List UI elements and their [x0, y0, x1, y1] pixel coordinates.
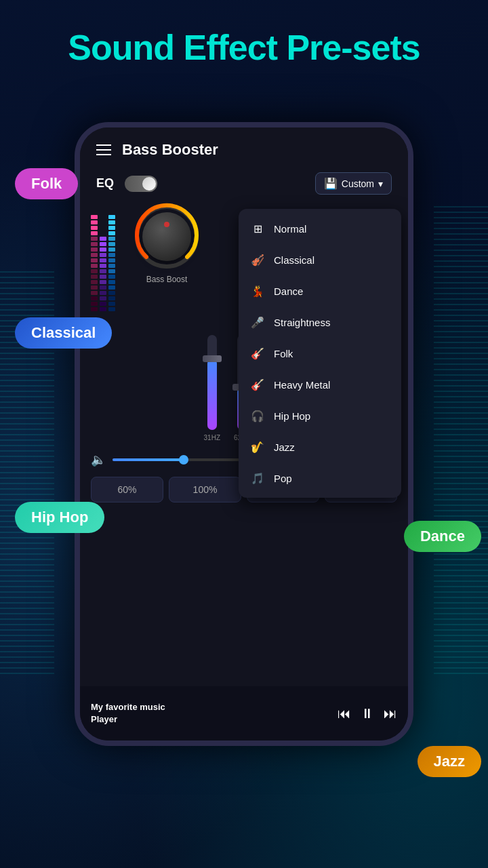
app-header: Bass Booster	[80, 127, 408, 167]
phone-inner: Bass Booster EQ 💾 Custom ▾	[80, 127, 408, 741]
dropdown-item-classical[interactable]: 🎻 Classical	[239, 244, 401, 275]
title-static: Sound Effect	[68, 28, 286, 67]
dropdown-item-folk[interactable]: 🎸 Folk	[239, 338, 401, 369]
slider-col-31hz: 31HZ	[204, 335, 220, 441]
knob-dot	[164, 222, 169, 227]
title-accent: Pre-sets	[286, 28, 420, 67]
player-bar: My favorite musicPlayer ⏮ ⏸ ⏭	[80, 686, 408, 741]
dropdown-label-hiphop: Hip Hop	[274, 410, 310, 422]
speed-btn-100[interactable]: 100%	[169, 477, 241, 502]
app-title: Bass Booster	[122, 141, 218, 159]
eq-bar-col-2	[100, 237, 106, 311]
volume-fill	[113, 458, 184, 461]
bass-boost-label: Bass Boost	[146, 275, 188, 284]
dropdown-menu: ⊞ Normal 🎻 Classical 💃 Dance 🎤 Straightn…	[239, 209, 401, 498]
eq-left: EQ	[96, 176, 157, 192]
volume-thumb[interactable]	[179, 455, 188, 465]
preset-dropdown-button[interactable]: 💾 Custom ▾	[315, 172, 392, 195]
page-title: Sound Effect Pre-sets	[0, 27, 488, 68]
folk-icon: 🎸	[249, 345, 266, 361]
dropdown-label-jazz: Jazz	[274, 441, 295, 453]
normal-icon: ⊞	[249, 220, 266, 237]
player-controls: ⏮ ⏸ ⏭	[338, 706, 397, 722]
dropdown-label-pop: Pop	[274, 473, 292, 484]
player-title: My favorite musicPlayer	[91, 701, 329, 726]
dropdown-item-normal[interactable]: ⊞ Normal	[239, 213, 401, 244]
classical-icon: 🎻	[249, 252, 266, 268]
save-icon: 💾	[324, 177, 338, 190]
dropdown-label-normal: Normal	[274, 223, 306, 235]
heavymetal-icon: 🎸	[249, 376, 266, 393]
eq-row: EQ 💾 Custom ▾	[80, 167, 408, 200]
menu-button[interactable]	[96, 144, 111, 155]
next-button[interactable]: ⏭	[384, 706, 397, 722]
dropdown-item-heavymetal[interactable]: 🎸 Heavy Metal	[239, 369, 401, 400]
slider-31hz[interactable]	[207, 335, 217, 430]
dropdown-label-classical: Classical	[274, 254, 314, 266]
eq-visualizer	[91, 203, 125, 311]
bubble-classical: Classical	[15, 317, 112, 349]
dropdown-item-jazz[interactable]: 🎷 Jazz	[239, 431, 401, 462]
particles-right	[434, 203, 488, 678]
chevron-down-icon: ▾	[378, 178, 383, 189]
dropdown-label-dance: Dance	[274, 285, 303, 297]
bubble-jazz: Jazz	[418, 746, 481, 777]
hiphop-icon: 🎧	[249, 408, 266, 424]
eq-bar-col-3	[108, 215, 115, 311]
dropdown-label-heavymetal: Heavy Metal	[274, 379, 330, 391]
volume-icon: 🔈	[91, 452, 106, 467]
page-header: Sound Effect Pre-sets	[0, 27, 488, 68]
eq-toggle[interactable]	[125, 176, 157, 192]
dropdown-item-hiphop[interactable]: 🎧 Hip Hop	[239, 400, 401, 431]
slider-label-31hz: 31HZ	[204, 434, 220, 441]
dropdown-item-pop[interactable]: 🎵 Pop	[239, 462, 401, 494]
dropdown-item-straightness[interactable]: 🎤 Straightness	[239, 307, 401, 338]
pop-icon: 🎵	[249, 470, 266, 486]
player-track-info: My favorite musicPlayer	[91, 701, 329, 726]
eq-label: EQ	[96, 176, 114, 191]
jazz-icon: 🎷	[249, 439, 266, 455]
bubble-hiphop: Hip Hop	[15, 502, 104, 533]
dropdown-label-straightness: Straightness	[274, 317, 330, 328]
speed-btn-60[interactable]: 60%	[91, 477, 163, 502]
bubble-folk: Folk	[15, 168, 78, 199]
pause-button[interactable]: ⏸	[361, 706, 374, 722]
dance-icon: 💃	[249, 283, 266, 299]
dropdown-item-dance[interactable]: 💃 Dance	[239, 275, 401, 307]
prev-button[interactable]: ⏮	[338, 706, 351, 722]
dropdown-label-folk: Folk	[274, 348, 293, 359]
eq-bar-col-1	[91, 215, 98, 311]
straightness-icon: 🎤	[249, 314, 266, 330]
bass-area: Bass Boost	[133, 203, 201, 311]
bubble-dance: Dance	[404, 521, 481, 552]
preset-label: Custom	[342, 178, 374, 189]
bass-knob[interactable]	[133, 203, 201, 271]
phone-frame: Bass Booster EQ 💾 Custom ▾	[75, 122, 413, 746]
